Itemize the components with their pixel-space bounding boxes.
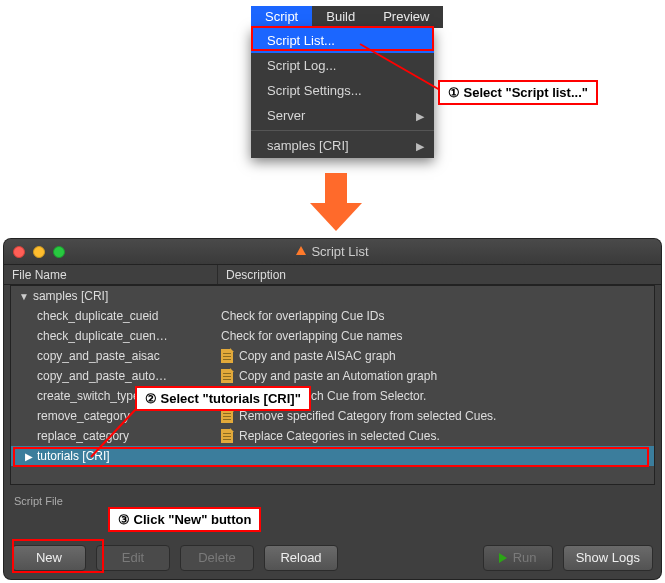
button-bar: New Edit Delete Reload Run Show Logs: [12, 545, 653, 571]
chevron-right-icon: ▶: [25, 451, 33, 462]
annotation-text-2: ② Select "tutorials [CRI]": [135, 386, 311, 411]
file-icon: [221, 369, 233, 383]
annotation-text-3: ③ Click "New" button: [108, 507, 261, 532]
list-item[interactable]: replace_categoryReplace Categories in se…: [11, 426, 654, 446]
menu-build[interactable]: Build: [312, 6, 369, 28]
script-menu-dropdown: Script List... Script Log... Script Sett…: [251, 28, 434, 158]
file-desc: Copy and paste AISAC graph: [239, 349, 396, 363]
window-title-text: Script List: [311, 244, 368, 259]
menu-item-script-log[interactable]: Script Log...: [251, 53, 434, 78]
file-icon: [221, 349, 233, 363]
menu-item-server-label: Server: [267, 108, 305, 123]
file-icon: [221, 429, 233, 443]
list-item[interactable]: copy_and_paste_auto…Copy and paste an Au…: [11, 366, 654, 386]
list-item[interactable]: check_duplicate_cueidCheck for overlappi…: [11, 306, 654, 326]
script-file-label: Script File: [14, 495, 661, 507]
maximize-icon[interactable]: [53, 246, 65, 258]
window-title: Script List: [4, 239, 661, 265]
menu-script[interactable]: Script: [251, 6, 312, 28]
annotation-text-1: ① Select "Script list...": [438, 80, 598, 105]
table-headers: File Name Description: [4, 265, 661, 285]
file-name: replace_category: [11, 429, 217, 443]
header-description[interactable]: Description: [218, 265, 661, 284]
list-item[interactable]: remove_categoryRemove specified Category…: [11, 406, 654, 426]
file-desc: Copy and paste an Automation graph: [239, 369, 437, 383]
chevron-right-icon: ▶: [416, 110, 424, 123]
header-file-name[interactable]: File Name: [4, 265, 218, 284]
run-label: Run: [513, 546, 537, 570]
file-name: copy_and_paste_auto…: [11, 369, 217, 383]
file-desc: Replace Categories in selected Cues.: [239, 429, 440, 443]
menu-separator: [251, 130, 434, 131]
file-icon: [221, 409, 233, 423]
show-logs-button[interactable]: Show Logs: [563, 545, 653, 571]
group-label: tutorials [CRI]: [37, 449, 110, 463]
chevron-right-icon: ▶: [416, 140, 424, 153]
file-name: remove_category: [11, 409, 217, 423]
group-tutorials[interactable]: ▶tutorials [CRI]: [11, 446, 654, 466]
menu-item-samples[interactable]: samples [CRI] ▶: [251, 133, 434, 158]
script-list-window: Script List File Name Description ▼sampl…: [4, 239, 661, 579]
group-samples[interactable]: ▼samples [CRI]: [11, 286, 654, 306]
titlebar: Script List: [4, 239, 661, 265]
new-button[interactable]: New: [12, 545, 86, 571]
menu-item-samples-label: samples [CRI]: [267, 138, 349, 153]
reload-button[interactable]: Reload: [264, 545, 338, 571]
menu-item-script-list[interactable]: Script List...: [251, 28, 434, 53]
group-label: samples [CRI]: [33, 289, 108, 303]
script-list: ▼samples [CRI] check_duplicate_cueidChec…: [10, 285, 655, 485]
menu-item-server[interactable]: Server ▶: [251, 103, 434, 128]
list-item[interactable]: copy_and_paste_aisacCopy and paste AISAC…: [11, 346, 654, 366]
run-button[interactable]: Run: [483, 545, 553, 571]
app-icon: [296, 246, 306, 255]
file-name: check_duplicate_cueid: [11, 309, 217, 323]
list-item[interactable]: check_duplicate_cuen…Check for overlappi…: [11, 326, 654, 346]
file-desc: Check for overlapping Cue IDs: [221, 309, 384, 323]
chevron-down-icon: ▼: [19, 291, 29, 302]
menu-preview[interactable]: Preview: [369, 6, 443, 28]
window-controls: [13, 246, 65, 258]
list-item[interactable]: create_switch_type_c…Create a Switch Cue…: [11, 386, 654, 406]
file-name: copy_and_paste_aisac: [11, 349, 217, 363]
arrow-down-icon: [310, 173, 362, 231]
file-name: check_duplicate_cuen…: [11, 329, 217, 343]
menu-item-script-settings[interactable]: Script Settings...: [251, 78, 434, 103]
edit-button[interactable]: Edit: [96, 545, 170, 571]
file-desc: Remove specified Category from selected …: [239, 409, 496, 423]
minimize-icon[interactable]: [33, 246, 45, 258]
delete-button[interactable]: Delete: [180, 545, 254, 571]
menubar: Script Build Preview: [251, 6, 443, 28]
file-desc: Check for overlapping Cue names: [221, 329, 402, 343]
play-icon: [499, 553, 507, 563]
close-icon[interactable]: [13, 246, 25, 258]
